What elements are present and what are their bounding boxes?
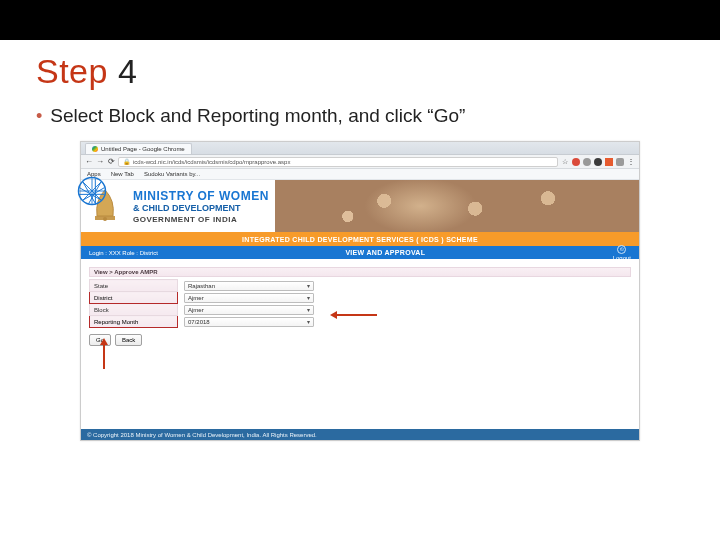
label-reporting-month: Reporting Month xyxy=(90,316,178,328)
slide-title: Step 4 xyxy=(36,52,720,91)
form-row-block: Block Ajmer ▾ xyxy=(90,304,318,316)
select-district-value: Ajmer xyxy=(188,295,204,301)
extension-icon[interactable] xyxy=(594,158,602,166)
star-icon[interactable]: ☆ xyxy=(561,158,569,166)
select-state-value: Rajasthan xyxy=(188,283,215,289)
browser-tab-title: Untitled Page - Google Chrome xyxy=(101,146,185,152)
login-role: Login : XXX Role : District xyxy=(89,250,158,256)
select-block[interactable]: Ajmer ▾ xyxy=(184,305,314,315)
browser-back-icon[interactable]: ← xyxy=(85,158,93,166)
form-row-district: District Ajmer ▾ xyxy=(90,292,318,304)
label-district: District xyxy=(90,292,178,304)
chevron-down-icon: ▾ xyxy=(307,318,310,325)
info-bar: Login : XXX Role : District VIEW AND APP… xyxy=(81,246,639,259)
annotation-arrow-select xyxy=(333,314,377,316)
ministry-line1: MINISTRY OF WOMEN xyxy=(133,189,269,203)
banner-photo xyxy=(275,180,639,232)
extension-icon[interactable] xyxy=(583,158,591,166)
browser-reload-icon[interactable]: ⟳ xyxy=(107,158,115,166)
bookmark-item[interactable]: Sudoku Variants by... xyxy=(144,171,200,177)
copyright-text: © Copyright 2018 Ministry of Women & Chi… xyxy=(87,432,317,438)
logout-icon: ⎋ xyxy=(617,245,626,254)
bullet-icon: • xyxy=(36,107,42,125)
svg-point-12 xyxy=(103,217,107,221)
instruction-bullet: • Select Block and Reporting month, and … xyxy=(36,105,720,127)
breadcrumb: View > Approve AMPR xyxy=(89,267,631,277)
govt-of-india-label: GOVERNMENT OF INDIA xyxy=(133,215,269,224)
extension-icon[interactable] xyxy=(572,158,580,166)
bookmark-item[interactable]: New Tab xyxy=(111,171,134,177)
lock-icon: 🔒 xyxy=(123,158,130,165)
slide-title-word-step: Step xyxy=(36,52,108,90)
select-reporting-month-value: 07/2018 xyxy=(188,319,210,325)
form-row-state: State Rajasthan ▾ xyxy=(90,280,318,292)
form-row-reporting-month: Reporting Month 07/2018 ▾ xyxy=(90,316,318,328)
browser-window: Untitled Page - Google Chrome ← → ⟳ 🔒 ic… xyxy=(80,141,640,441)
instruction-text: Select Block and Reporting month, and cl… xyxy=(50,105,465,127)
browser-address-bar: ← → ⟳ 🔒 icds-wcd.nic.in/icds/icdsmis/icd… xyxy=(81,155,639,169)
breadcrumb-text: View > Approve AMPR xyxy=(94,269,158,275)
extension-icon[interactable] xyxy=(605,158,613,166)
banner-title-block: MINISTRY OF WOMEN & CHILD DEVELOPMENT GO… xyxy=(129,180,269,232)
slide-title-number: 4 xyxy=(118,52,137,90)
filter-form: State Rajasthan ▾ District Ajmer xyxy=(89,279,318,328)
browser-menu-icon[interactable]: ⋮ xyxy=(627,158,635,166)
form-area: View > Approve AMPR State Rajasthan ▾ xyxy=(81,259,639,440)
title-accent-bar xyxy=(0,0,720,40)
select-block-value: Ajmer xyxy=(188,307,204,313)
select-state[interactable]: Rajasthan ▾ xyxy=(184,281,314,291)
site-banner: MINISTRY OF WOMEN & CHILD DEVELOPMENT GO… xyxy=(81,180,639,232)
select-reporting-month[interactable]: 07/2018 ▾ xyxy=(184,317,314,327)
annotation-arrow-go xyxy=(103,341,105,369)
ministry-line2: & CHILD DEVELOPMENT xyxy=(133,203,269,213)
avatar-icon[interactable] xyxy=(616,158,624,166)
chevron-down-icon: ▾ xyxy=(307,306,310,313)
browser-tab-bar: Untitled Page - Google Chrome xyxy=(81,142,639,155)
browser-url-text: icds-wcd.nic.in/icds/icdsmis/icdsmis/cdp… xyxy=(133,159,290,165)
browser-bookmark-bar: Apps New Tab Sudoku Variants by... xyxy=(81,169,639,180)
browser-url-input[interactable]: 🔒 icds-wcd.nic.in/icds/icdsmis/icdsmis/c… xyxy=(118,157,558,167)
chevron-down-icon: ▾ xyxy=(307,294,310,301)
chevron-down-icon: ▾ xyxy=(307,282,310,289)
browser-tab[interactable]: Untitled Page - Google Chrome xyxy=(85,143,192,154)
scheme-title-bar: INTEGRATED CHILD DEVELOPMENT SERVICES ( … xyxy=(81,232,639,246)
chrome-favicon-icon xyxy=(92,146,98,152)
browser-forward-icon[interactable]: → xyxy=(96,158,104,166)
scheme-title: INTEGRATED CHILD DEVELOPMENT SERVICES ( … xyxy=(242,236,478,243)
label-state: State xyxy=(90,280,178,292)
label-block: Block xyxy=(90,304,178,316)
select-district[interactable]: Ajmer ▾ xyxy=(184,293,314,303)
ashoka-chakra-icon xyxy=(77,176,107,206)
page-content: MINISTRY OF WOMEN & CHILD DEVELOPMENT GO… xyxy=(81,180,639,440)
page-mode: VIEW AND APPROVAL xyxy=(345,249,425,256)
site-footer: © Copyright 2018 Ministry of Women & Chi… xyxy=(81,429,639,440)
back-button[interactable]: Back xyxy=(115,334,142,346)
